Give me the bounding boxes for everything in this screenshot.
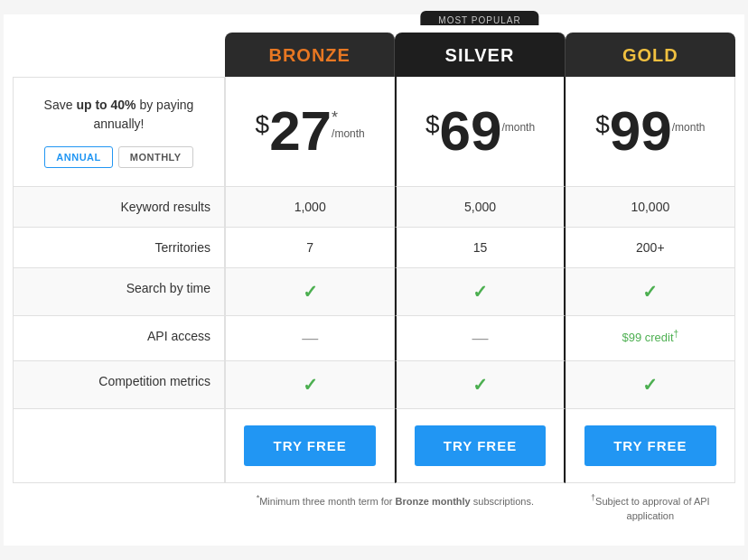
- asterisk-sup: *: [257, 493, 260, 502]
- bronze-competition: ✓: [225, 361, 395, 409]
- gold-price-cell: $ 99 /month: [566, 77, 735, 187]
- silver-territories: 15: [395, 228, 565, 268]
- bronze-bold-note: Bronze monthly: [396, 495, 471, 506]
- gold-try-free-button[interactable]: TRY FREE: [584, 425, 716, 466]
- silver-search-time-check: ✓: [472, 282, 488, 302]
- search-by-time-label: Search by time: [13, 268, 225, 316]
- dagger-sup: †: [591, 493, 595, 502]
- save-text: Save up to 40% by paying annually!: [27, 96, 210, 134]
- gold-per-month: /month: [672, 121, 706, 134]
- keyword-results-label: Keyword results: [13, 187, 225, 228]
- silver-keyword-results: 5,000: [395, 187, 565, 228]
- silver-dollar: $: [425, 110, 440, 139]
- header-spacer: [13, 33, 225, 77]
- bronze-btn-cell: TRY FREE: [225, 409, 395, 483]
- pricing-table: BRONZE MOST POPULAR SILVER GOLD Save up …: [13, 33, 735, 528]
- gold-price-display: $ 99 /month: [595, 103, 705, 159]
- silver-plan-header: MOST POPULAR SILVER: [395, 33, 565, 77]
- gold-suffix: /month: [672, 108, 706, 134]
- gold-dagger: †: [674, 329, 679, 339]
- bronze-api: —: [225, 316, 395, 361]
- silver-competition-check: ✓: [472, 375, 488, 395]
- silver-plan-name: SILVER: [404, 45, 555, 66]
- gold-competition-check: ✓: [642, 375, 658, 395]
- bronze-amount: 27: [269, 103, 332, 159]
- bronze-asterisk: *: [332, 108, 338, 127]
- bronze-search-time-check: ✓: [303, 282, 318, 302]
- bronze-dollar: $: [256, 110, 270, 139]
- monthly-billing-button[interactable]: MONTHLY: [118, 146, 193, 168]
- bronze-plan-header: BRONZE: [225, 33, 395, 77]
- silver-per-month: /month: [501, 121, 535, 134]
- bronze-plan-name: BRONZE: [234, 45, 385, 66]
- competition-metrics-label: Competition metrics: [13, 361, 225, 409]
- most-popular-badge: MOST POPULAR: [420, 11, 538, 25]
- gold-btn-cell: TRY FREE: [566, 409, 735, 483]
- bronze-api-dash: —: [302, 329, 318, 347]
- gold-footer-note: †Subject to approval of API application: [566, 483, 735, 528]
- silver-competition: ✓: [395, 361, 565, 409]
- territories-label: Territories: [13, 228, 225, 268]
- gold-search-time-check: ✓: [642, 282, 658, 302]
- gold-plan-header: GOLD: [566, 33, 735, 77]
- bronze-suffix: * /month: [332, 108, 365, 140]
- bronze-footer-note: *Minimum three month term for Bronze mon…: [225, 483, 566, 528]
- silver-price-cell: $ 69 /month: [395, 77, 565, 187]
- silver-amount: 69: [439, 103, 501, 159]
- bronze-per-month: /month: [332, 127, 365, 140]
- billing-toggle: ANNUAL MONTHLY: [44, 146, 192, 168]
- silver-api-dash: —: [472, 329, 488, 347]
- footer-spacer: [13, 483, 225, 528]
- bronze-try-free-button[interactable]: TRY FREE: [244, 425, 376, 466]
- btn-spacer: [13, 409, 225, 483]
- gold-dollar: $: [595, 110, 610, 139]
- bronze-territories: 7: [225, 228, 395, 268]
- silver-try-free-button[interactable]: TRY FREE: [415, 425, 545, 466]
- gold-api-credit: $99 credit†: [622, 331, 678, 344]
- annual-billing-button[interactable]: ANNUAL: [44, 146, 112, 168]
- silver-search-time: ✓: [395, 268, 565, 316]
- pricing-container: BRONZE MOST POPULAR SILVER GOLD Save up …: [4, 14, 744, 546]
- gold-keyword-results: 10,000: [566, 187, 735, 228]
- gold-plan-name: GOLD: [575, 45, 726, 66]
- left-panel: Save up to 40% by paying annually! ANNUA…: [13, 77, 225, 187]
- bronze-search-time: ✓: [225, 268, 395, 316]
- bronze-keyword-results: 1,000: [225, 187, 395, 228]
- api-access-label: API access: [13, 316, 225, 361]
- gold-competition: ✓: [566, 361, 735, 409]
- gold-amount: 99: [610, 103, 672, 159]
- gold-api: $99 credit†: [566, 316, 735, 361]
- bronze-price-cell: $ 27 * /month: [225, 77, 395, 187]
- gold-search-time: ✓: [566, 268, 735, 316]
- silver-btn-cell: TRY FREE: [395, 409, 565, 483]
- silver-suffix: /month: [501, 108, 535, 134]
- silver-api: —: [395, 316, 565, 361]
- bronze-price-display: $ 27 * /month: [256, 103, 365, 159]
- gold-territories: 200+: [566, 228, 735, 268]
- save-highlight: up to 40%: [76, 98, 136, 112]
- bronze-competition-check: ✓: [303, 375, 318, 395]
- silver-price-display: $ 69 /month: [425, 103, 535, 159]
